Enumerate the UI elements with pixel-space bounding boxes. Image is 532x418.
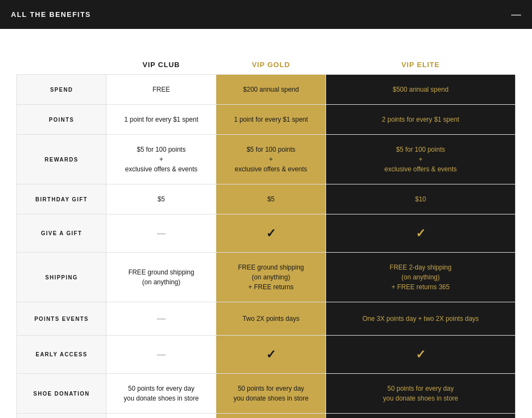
row-label: DSW VISA®: [17, 414, 107, 419]
table-row: SPENDFREE$200 annual spend$500 annual sp…: [17, 75, 516, 105]
benefits-table: VIP CLUB VIP GOLD VIP ELITE SPENDFREE$20…: [16, 51, 516, 418]
table-row: GIVE A GIFT—✓✓: [17, 214, 516, 253]
row-label: GIVE A GIFT: [17, 214, 107, 253]
gold-cell: $200 annual spend: [216, 75, 326, 105]
table-row: REWARDS$5 for 100 points+exclusive offer…: [17, 135, 516, 184]
club-cell: —: [107, 214, 216, 253]
club-cell: 1 extra point per $1 spent: [107, 414, 216, 419]
elite-cell: 2 points for every $1 spent: [326, 105, 516, 135]
elite-cell: ✓: [326, 214, 516, 253]
gold-cell: 1 extra point per $1 spent: [216, 414, 326, 419]
row-label: REWARDS: [17, 135, 107, 184]
table-row: BIRTHDAY GIFT$5$5$10: [17, 184, 516, 214]
header-gold: VIP GOLD: [216, 51, 326, 75]
table-row: SHIPPINGFREE ground shipping(on anything…: [17, 253, 516, 302]
row-label: SHOE DONATION: [17, 374, 107, 414]
club-cell: $5 for 100 points+exclusive offers & eve…: [107, 135, 216, 184]
gold-cell: Two 2X points days: [216, 302, 326, 336]
table-header-row: VIP CLUB VIP GOLD VIP ELITE: [17, 51, 516, 75]
club-cell: 1 point for every $1 spent: [107, 105, 216, 135]
row-label: POINTS: [17, 105, 107, 135]
table-row: POINTS1 point for every $1 spent1 point …: [17, 105, 516, 135]
table-row: DSW VISA®1 extra point per $1 spent1 ext…: [17, 414, 516, 419]
gold-cell: $5: [216, 184, 326, 214]
gold-cell: ✓: [216, 336, 326, 374]
gold-cell: 50 points for every dayyou donate shoes …: [216, 374, 326, 414]
elite-cell: $500 annual spend: [326, 75, 516, 105]
header-club: VIP CLUB: [107, 51, 216, 75]
elite-cell: ✓: [326, 336, 516, 374]
table-row: EARLY ACCESS—✓✓: [17, 336, 516, 374]
gold-cell: FREE ground shipping(on anything)+ FREE …: [216, 253, 326, 302]
top-bar: ALL THE BENEFITS —: [0, 0, 532, 29]
gold-cell: 1 point for every $1 spent: [216, 105, 326, 135]
elite-cell: 50 points for every dayyou donate shoes …: [326, 374, 516, 414]
header-elite: VIP ELITE: [326, 51, 516, 75]
row-label: SHIPPING: [17, 253, 107, 302]
elite-cell: $10: [326, 184, 516, 214]
club-cell: —: [107, 302, 216, 336]
row-label: POINTS EVENTS: [17, 302, 107, 336]
club-cell: FREE ground shipping(on anything): [107, 253, 216, 302]
club-cell: 50 points for every dayyou donate shoes …: [107, 374, 216, 414]
elite-cell: FREE 2-day shipping(on anything)+ FREE r…: [326, 253, 516, 302]
table-row: POINTS EVENTS—Two 2X points daysOne 3X p…: [17, 302, 516, 336]
gold-cell: $5 for 100 points+exclusive offers & eve…: [216, 135, 326, 184]
club-cell: —: [107, 336, 216, 374]
elite-cell: 1 extra point per $1 spent: [326, 414, 516, 419]
table-row: SHOE DONATION50 points for every dayyou …: [17, 374, 516, 414]
row-label: SPEND: [17, 75, 107, 105]
row-label: EARLY ACCESS: [17, 336, 107, 374]
club-cell: $5: [107, 184, 216, 214]
row-label: BIRTHDAY GIFT: [17, 184, 107, 214]
close-icon[interactable]: —: [511, 9, 521, 20]
elite-cell: One 3X points day + two 2X points days: [326, 302, 516, 336]
elite-cell: $5 for 100 points+exclusive offers & eve…: [326, 135, 516, 184]
club-cell: FREE: [107, 75, 216, 105]
gold-cell: ✓: [216, 214, 326, 253]
page-title: ALL THE BENEFITS: [11, 10, 91, 19]
header-label-cell: [17, 51, 107, 75]
main-content: VIP CLUB VIP GOLD VIP ELITE SPENDFREE$20…: [0, 29, 532, 418]
